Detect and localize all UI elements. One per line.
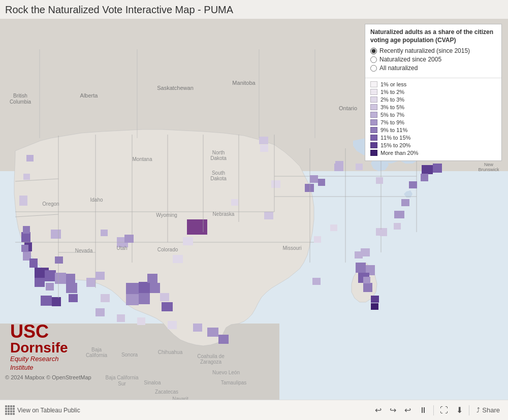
tableau-grid-icon	[5, 405, 15, 415]
svg-text:California: California	[86, 352, 108, 358]
svg-text:Wyoming: Wyoming	[156, 212, 177, 218]
share-button[interactable]: ⤴ Share	[473, 405, 503, 415]
color-swatch	[370, 104, 377, 110]
svg-rect-20	[187, 219, 207, 235]
svg-rect-128	[312, 278, 321, 285]
svg-text:Utah: Utah	[116, 245, 127, 251]
svg-text:Brunswick: Brunswick	[478, 167, 499, 172]
bottom-toolbar: View on Tableau Public ↩ ↪ ↩ ⏸ ⛶ ⬇ ⤴ Sha…	[0, 400, 508, 420]
svg-rect-131	[231, 199, 238, 206]
pause-button[interactable]: ⏸	[417, 405, 429, 416]
svg-rect-9	[52, 297, 61, 306]
svg-text:Ontario: Ontario	[339, 105, 357, 111]
legend-color-item: 7% to 9%	[370, 119, 496, 125]
swatch-label: 7% to 9%	[380, 119, 404, 125]
svg-rect-124	[380, 230, 387, 236]
legend-color-item: 3% to 5%	[370, 104, 496, 110]
svg-rect-101	[66, 283, 77, 293]
svg-text:Nebraska: Nebraska	[213, 211, 235, 217]
radio-all-naturalized[interactable]: All naturalized	[370, 64, 496, 72]
svg-text:Sonora: Sonora	[121, 352, 138, 358]
svg-rect-105	[29, 259, 38, 268]
swatch-label: 1% or less	[380, 81, 406, 87]
svg-text:South: South	[212, 170, 225, 176]
svg-rect-136	[193, 324, 202, 332]
svg-rect-16	[139, 282, 150, 293]
svg-rect-132	[96, 308, 105, 316]
svg-text:Chihuahua: Chihuahua	[158, 349, 183, 355]
tableau-link-label: View on Tableau Public	[17, 407, 80, 414]
svg-rect-37	[264, 212, 273, 219]
svg-rect-117	[409, 181, 417, 188]
svg-text:Coahuila de: Coahuila de	[197, 353, 225, 359]
legend-color-item: 15% to 20%	[370, 142, 496, 148]
toolbar-divider-2	[469, 405, 469, 415]
radio-all-naturalized-input[interactable]	[370, 65, 377, 72]
svg-rect-112	[310, 175, 318, 183]
color-swatch	[370, 96, 377, 103]
tableau-public-link[interactable]: View on Tableau Public	[5, 405, 80, 415]
svg-rect-30	[433, 164, 442, 173]
svg-text:Dakota: Dakota	[210, 155, 227, 161]
radio-recently-naturalized-label: Recently naturalized (since 2015)	[379, 47, 470, 54]
svg-rect-95	[160, 293, 169, 301]
svg-rect-25	[363, 283, 372, 292]
color-swatch	[370, 119, 377, 125]
svg-rect-138	[218, 335, 229, 344]
svg-rect-19	[139, 293, 150, 304]
swatch-label: 15% to 20%	[380, 142, 410, 148]
legend-color-item: 1% to 2%	[370, 89, 496, 95]
svg-rect-134	[137, 317, 145, 325]
svg-rect-18	[126, 294, 139, 305]
color-swatch	[370, 135, 377, 141]
svg-rect-115	[356, 164, 363, 170]
svg-text:New: New	[484, 162, 494, 167]
color-swatch	[370, 142, 377, 148]
usc-text: USC	[10, 322, 68, 341]
svg-text:North: North	[212, 150, 225, 155]
svg-rect-106	[23, 226, 30, 234]
download-button[interactable]: ⬇	[454, 404, 465, 416]
svg-rect-99	[183, 237, 193, 245]
swatch-label: 5% to 7%	[380, 112, 404, 118]
svg-text:Zaragoza: Zaragoza	[200, 359, 222, 365]
svg-rect-100	[124, 235, 134, 243]
radio-recently-naturalized[interactable]: Recently naturalized (since 2015)	[370, 47, 496, 54]
radio-recently-naturalized-input[interactable]	[370, 48, 377, 54]
radio-since-2005[interactable]: Naturalized since 2005	[370, 56, 496, 63]
svg-rect-13	[66, 274, 75, 284]
svg-text:Colorado: Colorado	[157, 247, 178, 252]
svg-text:Idaho: Idaho	[90, 197, 103, 203]
legend-color-scale: 1% or less1% to 2%2% to 3%3% to 5%5% to …	[365, 78, 501, 160]
svg-rect-31	[421, 174, 428, 181]
redo-button[interactable]: ↪	[388, 404, 398, 416]
svg-rect-110	[23, 174, 30, 180]
svg-rect-122	[363, 277, 370, 283]
dornsife-text: Dornsife	[10, 341, 68, 355]
svg-rect-114	[335, 161, 343, 168]
swatch-label: 9% to 11%	[380, 127, 407, 133]
fullscreen-button[interactable]: ⛶	[438, 405, 450, 416]
color-swatch	[370, 89, 377, 95]
svg-rect-14	[86, 278, 96, 287]
page-title: Rock the Naturalized Vote Interactive Ma…	[0, 0, 508, 19]
share-label: Share	[482, 406, 500, 414]
svg-rect-118	[401, 199, 409, 206]
swatch-label: More than 20%	[380, 150, 419, 156]
revert-button[interactable]: ↩	[402, 404, 413, 416]
svg-rect-126	[330, 224, 337, 231]
undo-button[interactable]: ↩	[373, 404, 384, 416]
svg-rect-120	[371, 296, 379, 303]
svg-rect-107	[46, 283, 54, 290]
svg-text:Sur: Sur	[118, 381, 126, 386]
svg-rect-129	[55, 256, 63, 264]
svg-text:Nevada: Nevada	[75, 248, 93, 253]
svg-text:Sinaloa: Sinaloa	[144, 380, 161, 385]
radio-all-naturalized-label: All naturalized	[379, 64, 418, 72]
copyright-text: © 2024 Mapbox © OpenStreetMap	[5, 374, 91, 380]
svg-rect-22	[356, 263, 366, 273]
svg-text:Missouri: Missouri	[282, 245, 301, 251]
legend-color-item: 2% to 3%	[370, 96, 496, 103]
legend-header: Naturalized adults as a share of the cit…	[365, 24, 501, 78]
radio-since-2005-input[interactable]	[370, 56, 377, 63]
